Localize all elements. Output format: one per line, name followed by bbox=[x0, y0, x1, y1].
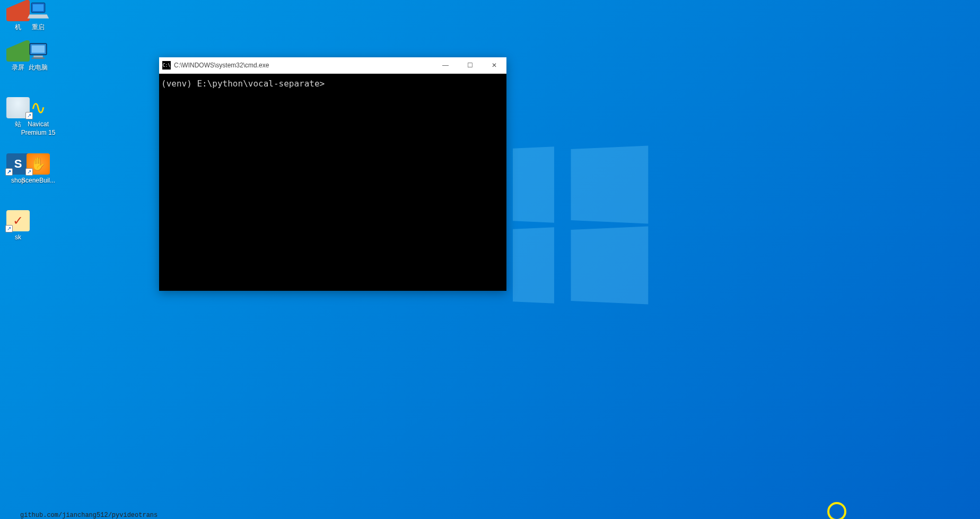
icon-thispc[interactable]: 此电脑 bbox=[19, 40, 57, 72]
footer-status-text: github.com/jianchang512/pyvideotrans bbox=[20, 512, 158, 519]
shortcut-arrow-icon: ↗ bbox=[25, 112, 33, 119]
svg-rect-1 bbox=[33, 4, 43, 11]
icon-task[interactable]: ✓↗sk bbox=[0, 210, 37, 242]
svg-rect-5 bbox=[33, 56, 43, 58]
svg-rect-4 bbox=[32, 46, 45, 53]
pc-icon bbox=[27, 40, 49, 62]
icon-navicat-label: Navicat Premium 15 bbox=[19, 120, 57, 137]
icon-scenebuilder-label: SceneBuil... bbox=[21, 177, 55, 185]
window-titlebar[interactable]: C:\ C:\WINDOWS\system32\cmd.exe — ☐ ✕ bbox=[159, 57, 506, 74]
laptop-icon bbox=[27, 0, 50, 21]
minimize-button[interactable]: — bbox=[433, 57, 458, 73]
console-prompt: (venv) E:\python\vocal-separate> bbox=[161, 79, 325, 89]
icon-restart[interactable]: 重启 bbox=[19, 0, 57, 32]
icon-scenebuilder[interactable]: ✋↗SceneBuil... bbox=[19, 153, 57, 185]
icon-task-glyph: ✓↗ bbox=[6, 210, 30, 231]
shortcut-arrow-icon: ↗ bbox=[5, 168, 13, 176]
svg-rect-6 bbox=[32, 57, 45, 59]
windows-logo-backdrop bbox=[509, 148, 647, 302]
shortcut-arrow-icon: ↗ bbox=[5, 225, 13, 232]
close-button[interactable]: ✕ bbox=[482, 57, 506, 73]
cmd-window[interactable]: C:\ C:\WINDOWS\system32\cmd.exe — ☐ ✕ (v… bbox=[159, 57, 506, 291]
icon-restart-label: 重启 bbox=[32, 23, 45, 32]
icon-task-label: sk bbox=[15, 233, 21, 242]
cmd-icon: C:\ bbox=[162, 61, 171, 70]
icon-scenebuilder-glyph: ✋↗ bbox=[27, 153, 50, 175]
cursor-highlight-ring bbox=[827, 502, 846, 519]
icon-navicat-glyph: ∿↗ bbox=[27, 97, 50, 118]
maximize-button[interactable]: ☐ bbox=[458, 57, 482, 73]
window-control-buttons: — ☐ ✕ bbox=[433, 57, 506, 73]
console-body[interactable]: (venv) E:\python\vocal-separate> bbox=[159, 74, 506, 291]
window-title: C:\WINDOWS\system32\cmd.exe bbox=[174, 62, 433, 69]
icon-thispc-label: 此电脑 bbox=[29, 64, 48, 72]
icon-navicat[interactable]: ∿↗Navicat Premium 15 bbox=[19, 97, 57, 137]
shortcut-arrow-icon: ↗ bbox=[25, 168, 33, 176]
icon-restart-glyph bbox=[27, 0, 50, 21]
icon-thispc-glyph bbox=[27, 40, 50, 62]
svg-marker-2 bbox=[28, 14, 49, 18]
